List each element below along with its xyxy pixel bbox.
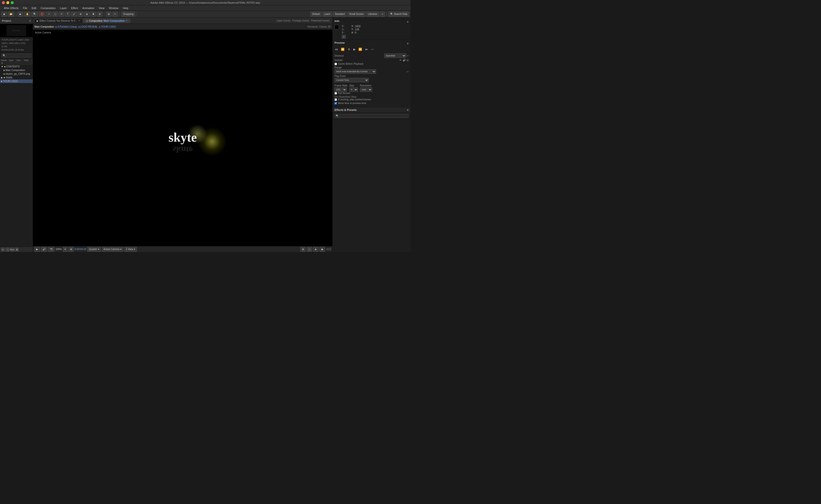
minimize-button[interactable] xyxy=(6,1,9,4)
range-select[interactable]: Work Area Extended By Current xyxy=(334,69,376,74)
tool-rotate[interactable]: ⭕ xyxy=(39,12,45,17)
menu-edit[interactable]: Edit xyxy=(30,6,38,10)
menu-window[interactable]: Window xyxy=(107,6,120,10)
viewport-content[interactable]: skyte sknte xyxy=(33,30,332,246)
prev-back-btn[interactable]: ⏪ xyxy=(340,47,345,52)
prev-forward-btn[interactable]: ⏩ xyxy=(358,47,362,52)
resolution-dropdown[interactable]: Quarter ▾ xyxy=(87,247,101,252)
tree-item-png[interactable]: ■ skyterr_go_CMYK.png xyxy=(0,72,33,76)
menu-effect[interactable]: Effect xyxy=(69,6,80,10)
tool-zoom[interactable]: 🔍 xyxy=(32,12,38,17)
logo-dims: 1920 x 1080 (480 x 270) (1.00) xyxy=(1,42,31,48)
prev-first-btn[interactable]: ⏮ xyxy=(334,47,338,52)
tool-rect[interactable]: ◻ xyxy=(53,12,58,17)
tree-item-your-logo[interactable]: ■ YOUR LOGO xyxy=(0,79,33,83)
include-overflow-btn[interactable]: ⊞ xyxy=(406,59,408,62)
menu-layer[interactable]: Layer xyxy=(58,6,69,10)
tool-extra1[interactable]: ⊞ xyxy=(106,12,111,17)
if-caching-checkbox[interactable] xyxy=(334,98,337,101)
breadcrumb-logo-reveal[interactable]: LOGO REVEAL xyxy=(80,25,98,28)
tool-unified[interactable]: ↗ xyxy=(46,12,52,17)
tab-effect-controls[interactable]: ▶ Effect Controls You Deserve To F... ✕ xyxy=(34,19,83,23)
tab-main-comp[interactable]: ◻ Composition Main Composition ✕ xyxy=(83,19,130,23)
range-reset-btn[interactable]: ↩ xyxy=(406,70,408,73)
delete-btn[interactable]: 🗑 xyxy=(15,248,19,252)
fit-btn[interactable]: ⊞ xyxy=(68,247,74,252)
workspace-more[interactable]: » xyxy=(380,12,385,17)
new-comp-btn[interactable]: ◻ xyxy=(6,248,10,252)
include-video-btn[interactable]: 👁 xyxy=(399,59,402,62)
shortcut-select[interactable]: Spacebar xyxy=(384,53,406,58)
viewer-camera-btn[interactable]: 📷 xyxy=(48,247,54,252)
zoom-dropdown[interactable]: ▾ xyxy=(63,247,67,252)
maximize-button[interactable] xyxy=(11,1,14,4)
tool-roto[interactable]: ✖ xyxy=(91,12,96,17)
breadcrumb-particles[interactable]: 4.Particles Lineup xyxy=(57,25,77,28)
prev-play-btn[interactable]: ▶ xyxy=(353,47,356,52)
preview-menu[interactable]: ≡ xyxy=(407,42,408,45)
viewer-audio-btn[interactable]: 🔊 xyxy=(41,247,47,252)
prev-loop-icon[interactable]: ↩ xyxy=(371,48,373,51)
cache-checkbox[interactable] xyxy=(334,63,337,65)
menu-help[interactable]: Help xyxy=(121,6,130,10)
expand-solids[interactable]: ▶ xyxy=(1,76,3,79)
expand-contents[interactable]: ▼ xyxy=(1,65,3,68)
shortcut-reset-btn[interactable]: ↩ xyxy=(406,54,408,57)
render-btn[interactable]: ◉ xyxy=(319,247,325,252)
new-project-btn[interactable]: ◆ xyxy=(1,12,7,17)
prev-last-btn[interactable]: ⏭ xyxy=(364,47,368,52)
transparency-btn[interactable]: ◈ xyxy=(313,247,318,252)
close-main-comp[interactable]: ✕ xyxy=(126,20,127,22)
fullscreen-checkbox[interactable] xyxy=(334,92,337,95)
prev-stop-btn[interactable]: ⏸ xyxy=(347,47,351,52)
snapping-btn[interactable]: Snapping xyxy=(121,12,135,17)
close-button[interactable] xyxy=(2,1,5,4)
view-dropdown[interactable]: 1 View ▾ xyxy=(124,247,137,252)
tree-item-contents[interactable]: ▼ ■ CONTENTS xyxy=(0,65,33,68)
menu-after-effects[interactable]: After Effects xyxy=(2,6,21,10)
resolution-select[interactable]: Auto xyxy=(360,87,372,92)
tool-pen[interactable]: ✏ xyxy=(59,12,64,17)
camera-dropdown[interactable]: Active Camera ▾ xyxy=(102,247,123,252)
info-menu[interactable]: ≡ xyxy=(407,20,408,23)
frame-rate-select[interactable]: (25) xyxy=(334,87,347,92)
tree-item-main-comp[interactable]: ■ Main Composition xyxy=(0,68,33,72)
workspace-default[interactable]: Default xyxy=(310,12,321,17)
tool-clone[interactable]: ⊕ xyxy=(78,12,83,17)
open-btn[interactable]: 📂 xyxy=(8,12,14,17)
viewer-play-btn[interactable]: ▶ xyxy=(34,247,40,252)
move-time-checkbox[interactable] xyxy=(334,102,337,105)
tree-item-solids[interactable]: ▶ ■ Solids xyxy=(0,76,33,79)
workspace-small-screen[interactable]: Small Screen xyxy=(347,12,365,17)
tool-puppet[interactable]: ⊛ xyxy=(97,12,102,17)
effects-search-input[interactable] xyxy=(334,114,408,118)
safe-zones-btn[interactable]: ◻ xyxy=(307,247,312,252)
grid-btn[interactable]: ⊞ xyxy=(300,247,306,252)
workspace-standard[interactable]: Standard xyxy=(333,12,346,17)
include-audio-btn[interactable]: 🔊 xyxy=(403,59,405,62)
breadcrumb-main-comp[interactable]: Main Composition xyxy=(34,25,54,28)
play-from-select[interactable]: Current Time xyxy=(334,78,369,82)
search-help-input[interactable]: 🔍 Search Help xyxy=(388,12,409,17)
effects-menu[interactable]: ≡ xyxy=(407,108,408,111)
menu-animation[interactable]: Animation xyxy=(80,6,96,10)
tool-extra2[interactable]: ✂ xyxy=(112,12,118,17)
project-search-input[interactable] xyxy=(1,53,31,58)
menu-composition[interactable]: Composition xyxy=(39,6,57,10)
bpc-btn[interactable]: 8bpc xyxy=(10,248,14,252)
menu-file[interactable]: File xyxy=(21,6,29,10)
menu-view[interactable]: View xyxy=(97,6,106,10)
workspace-libraries[interactable]: Libraries xyxy=(366,12,379,17)
tool-select[interactable]: ▶ xyxy=(18,12,23,17)
tool-eraser[interactable]: ◈ xyxy=(84,12,90,17)
tool-text[interactable]: T xyxy=(65,12,70,17)
add-color-btn[interactable]: + xyxy=(342,35,346,39)
close-effect-controls[interactable]: ✕ xyxy=(78,20,80,22)
project-menu-btn[interactable]: ≡ xyxy=(29,19,31,22)
tool-hand[interactable]: ✋ xyxy=(24,12,31,17)
tool-brush[interactable]: 🖊 xyxy=(71,12,77,17)
new-folder-btn[interactable]: ⊕ xyxy=(1,248,5,252)
skip-select[interactable]: 0 xyxy=(349,87,358,92)
workspace-learn[interactable]: Learn xyxy=(322,12,332,17)
breadcrumb-your-logo[interactable]: YOUR LOGO xyxy=(101,25,116,28)
